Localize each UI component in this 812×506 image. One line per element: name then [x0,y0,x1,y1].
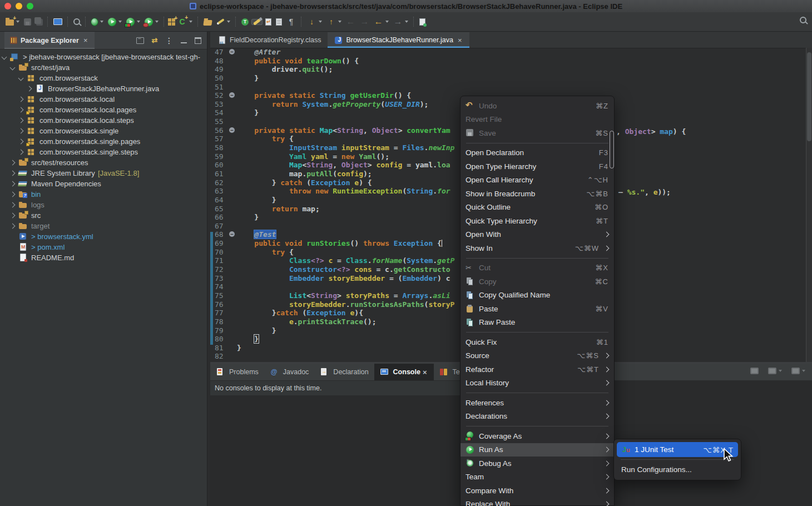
previous-edit-location-button[interactable] [344,16,357,28]
line-number[interactable]: 69 [210,239,229,248]
line-number[interactable]: 82 [210,352,229,361]
menu-item-open-call-hierarchy[interactable]: Open Call Hierarchy⌃⌥H [461,173,614,187]
collapse-all-icon[interactable] [136,37,144,44]
minimize-view-icon[interactable] [181,37,187,43]
tree-item-com-browserstack-local-steps[interactable]: com.browserstack.local.steps [0,115,207,126]
expand-arrow-icon[interactable] [10,65,16,71]
back-button[interactable] [372,16,390,28]
fold-gutter[interactable] [229,205,237,214]
open-type-button[interactable] [240,17,250,27]
minimize-window-button[interactable] [16,3,22,9]
submenu-item-run-configurations[interactable]: Run Configurations... [617,462,738,477]
menu-item-cut[interactable]: Cut⌘X [461,261,614,275]
console-tab-console[interactable]: Console× [374,364,434,380]
expand-arrow-icon[interactable] [10,160,16,166]
pin-editor-button[interactable] [418,17,427,27]
line-number[interactable]: 55 [210,117,229,126]
fold-gutter[interactable] [229,291,237,300]
profile-button[interactable] [143,16,160,28]
tree-item-com-browserstack-single[interactable]: com.browserstack.single [0,126,207,136]
line-number[interactable]: 60 [210,161,229,170]
forward-button[interactable] [392,16,410,28]
fold-gutter[interactable] [229,196,237,205]
tree-item-jbehave-browserstack-jbehave-browserstack-test-gh[interactable]: > jbehave-browserstack [jbehave-browsers… [0,52,207,62]
tree-item-com-browserstack-single-pages[interactable]: com.browserstack.single.pages [0,136,207,147]
show-whitespace-button[interactable] [285,16,298,28]
fold-gutter[interactable] [229,274,237,283]
fold-gutter[interactable] [229,309,237,318]
menu-item-paste[interactable]: Paste⌘V [461,302,614,316]
expand-arrow-icon[interactable] [10,171,16,176]
line-number[interactable]: 50 [210,74,229,83]
fold-gutter[interactable] [229,152,237,161]
fold-gutter[interactable] [229,108,237,117]
fold-gutter[interactable] [229,83,237,92]
submenu-item-1-junit-test[interactable]: 1 JUnit Test⌥⌘X T [617,442,738,457]
line-number[interactable]: 66 [210,213,229,222]
expand-arrow-icon[interactable] [10,181,16,187]
menu-item-raw-paste[interactable]: Raw Paste [461,316,614,330]
line-number[interactable]: 74 [210,282,229,291]
menu-item-quick-type-hierarchy[interactable]: Quick Type Hierarchy⌘T [461,214,614,228]
tab-package-explorer[interactable]: Package Explorer × [4,32,95,49]
fold-gutter[interactable] [229,57,237,66]
line-number[interactable]: 56 [210,126,229,135]
line-number[interactable]: 81 [210,344,229,353]
menu-item-declarations[interactable]: Declarations [461,410,614,424]
fold-gutter[interactable] [229,256,237,265]
fold-gutter[interactable] [229,265,237,274]
tree-item-com-browserstack[interactable]: com.browserstack [0,73,207,83]
save-all-button[interactable] [34,17,44,27]
word-wrap-button[interactable] [264,17,273,27]
save-button[interactable] [22,17,33,27]
zoom-window-button[interactable] [27,3,33,9]
fold-marker-icon[interactable]: − [229,92,235,98]
menu-item-save[interactable]: Save⌘S [461,126,614,140]
menu-item-copy[interactable]: Copy⌘C [461,275,614,289]
next-edit-location-button[interactable] [358,16,371,28]
previous-annotation-button[interactable] [325,16,343,28]
fold-gutter[interactable] [229,100,237,109]
menu-item-quick-outline[interactable]: Quick Outline⌘O [461,201,614,215]
new-java-package-button[interactable] [168,18,175,25]
open-resource-button[interactable] [202,17,214,27]
new-java-class-button[interactable] [176,16,194,28]
tree-item-bin[interactable]: ?bin [0,189,207,200]
close-tab-icon[interactable]: × [457,36,463,44]
display-selected-console-button[interactable] [766,366,784,376]
line-number[interactable]: 71 [210,256,229,265]
tree-item-target[interactable]: target [0,221,207,231]
line-number[interactable]: 51 [210,83,229,92]
previous-annotation-dropdown-caret[interactable] [338,21,341,23]
menu-item-references[interactable]: References [461,396,614,410]
run-dropdown-caret[interactable] [118,21,122,23]
profile-dropdown-caret[interactable] [155,21,159,23]
fold-marker-icon[interactable]: − [229,127,235,133]
show-selected-element-only-button[interactable] [274,17,284,27]
line-number[interactable]: 80 [210,335,229,344]
line-number[interactable]: 67 [210,222,229,231]
menu-item-run-as[interactable]: Run As [461,443,614,457]
menu-item-compare-with[interactable]: Compare With [461,484,614,498]
coverage-button[interactable] [125,16,142,28]
forward-dropdown-caret[interactable] [405,21,408,23]
line-number[interactable]: 64 [210,196,229,205]
menu-item-copy-qualified-name[interactable]: Copy Qualified Name [461,289,614,302]
line-number[interactable]: 53 [210,100,229,109]
expand-arrow-icon[interactable] [10,224,16,229]
expand-arrow-icon[interactable] [18,139,24,145]
line-number[interactable]: 68 [210,230,229,239]
tree-item-maven-dependencies[interactable]: Maven Dependencies [0,178,207,189]
line-number[interactable]: 73 [210,274,229,283]
new-wizard-dropdown-caret[interactable] [16,21,19,23]
tree-item-browserstackjbehaverunner-java[interactable]: BrowserStackJBehaveRunner.java [0,83,207,94]
expand-arrow-icon[interactable] [18,128,24,134]
line-number[interactable]: 79 [210,326,229,335]
line-number[interactable]: 59 [210,152,229,161]
tree-item-logs[interactable]: logs [0,200,207,210]
menu-item-replace-with[interactable]: Replace With [461,498,614,506]
search-button[interactable] [72,17,82,27]
console-tab-javadoc[interactable]: Javadoc [264,364,315,380]
open-console-dropdown-caret[interactable] [802,370,805,372]
line-number[interactable]: 52 [210,91,229,100]
